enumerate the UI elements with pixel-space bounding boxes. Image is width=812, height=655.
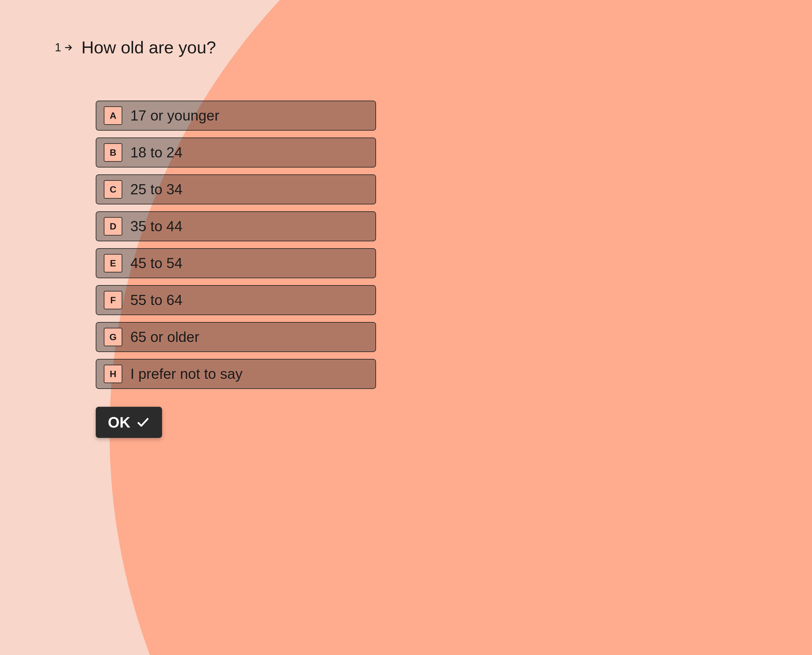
option-key: C — [104, 180, 122, 198]
question-number-wrap: 1 — [55, 41, 73, 54]
option-h[interactable]: H I prefer not to say — [96, 359, 376, 389]
option-g[interactable]: G 65 or older — [96, 322, 376, 352]
option-key: F — [104, 291, 122, 309]
option-key: E — [104, 254, 122, 272]
arrow-right-icon — [64, 43, 73, 52]
option-key: D — [104, 217, 122, 235]
option-label: 55 to 64 — [130, 292, 183, 309]
question-number: 1 — [55, 41, 61, 54]
option-key: A — [104, 106, 122, 125]
options-list: A 17 or younger B 18 to 24 C 25 to 34 D … — [96, 101, 376, 389]
question-header: 1 How old are you? — [55, 37, 812, 57]
question-content: 1 How old are you? A 17 or younger B 18 … — [0, 0, 812, 438]
ok-button[interactable]: OK — [96, 407, 162, 438]
ok-button-label: OK — [108, 414, 130, 431]
option-label: 17 or younger — [130, 107, 220, 124]
option-label: 25 to 34 — [130, 181, 183, 198]
option-e[interactable]: E 45 to 54 — [96, 248, 376, 278]
option-label: 45 to 54 — [130, 255, 183, 272]
option-label: 65 or older — [130, 329, 199, 345]
question-text: How old are you? — [82, 37, 216, 57]
option-f[interactable]: F 55 to 64 — [96, 285, 376, 315]
option-a[interactable]: A 17 or younger — [96, 101, 376, 131]
option-key: G — [104, 328, 122, 346]
option-label: 18 to 24 — [130, 144, 183, 161]
option-key: H — [104, 365, 122, 383]
option-key: B — [104, 143, 122, 162]
option-label: 35 to 44 — [130, 218, 183, 235]
option-c[interactable]: C 25 to 34 — [96, 174, 376, 204]
check-icon — [136, 415, 150, 429]
option-d[interactable]: D 35 to 44 — [96, 211, 376, 241]
option-b[interactable]: B 18 to 24 — [96, 137, 376, 168]
option-label: I prefer not to say — [130, 366, 243, 382]
